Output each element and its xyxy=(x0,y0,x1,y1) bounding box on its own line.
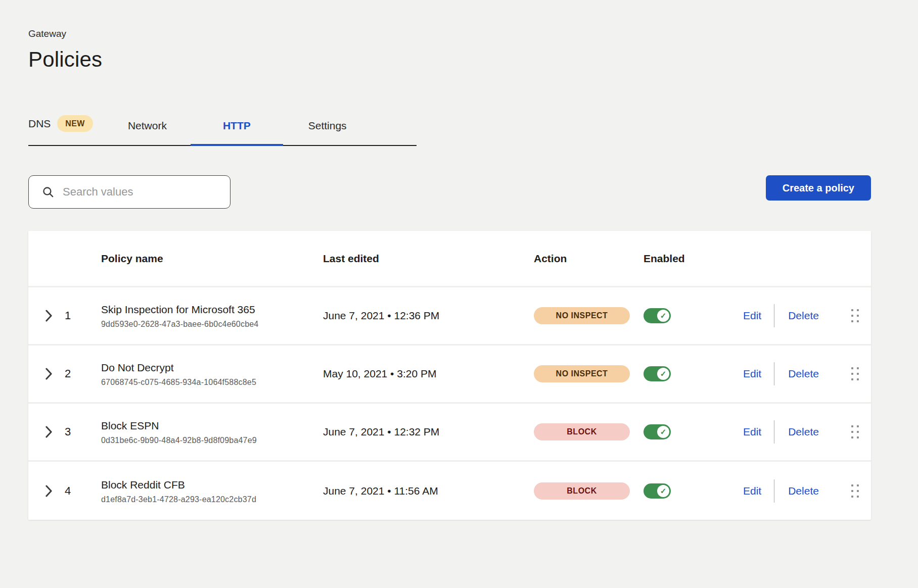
column-header-enabled: Enabled xyxy=(644,253,743,265)
policy-name: Skip Inspection for Microsoft 365 xyxy=(101,303,323,316)
action-badge: BLOCK xyxy=(534,423,630,440)
toggle-check-icon: ✓ xyxy=(657,426,669,438)
drag-handle-icon[interactable] xyxy=(851,425,859,438)
divider xyxy=(774,420,774,444)
table-header-row: Policy name Last edited Action Enabled xyxy=(28,231,871,287)
edit-link[interactable]: Edit xyxy=(743,368,761,380)
delete-link[interactable]: Delete xyxy=(788,368,819,380)
action-badge: BLOCK xyxy=(534,482,630,500)
policies-table: Policy name Last edited Action Enabled 1… xyxy=(28,231,871,520)
expand-chevron-icon[interactable] xyxy=(45,485,53,497)
delete-link[interactable]: Delete xyxy=(788,426,819,438)
breadcrumb: Gateway xyxy=(28,28,871,39)
policy-name: Block Reddit CFB xyxy=(101,478,323,492)
last-edited-value: June 7, 2021 • 12:36 PM xyxy=(323,310,534,322)
search-input[interactable] xyxy=(63,185,220,199)
table-row: 2 Do Not Decrypt 67068745-c075-4685-934a… xyxy=(28,346,871,404)
enabled-toggle[interactable]: ✓ xyxy=(644,424,671,439)
drag-handle-icon[interactable] xyxy=(851,484,859,498)
enabled-toggle[interactable]: ✓ xyxy=(644,308,671,323)
delete-link[interactable]: Delete xyxy=(788,485,819,497)
expand-chevron-icon[interactable] xyxy=(45,368,53,380)
gateway-policies-page: Gateway Policies DNS NEW Network HTTP Se… xyxy=(28,0,871,520)
divider xyxy=(774,362,774,385)
action-badge: NO INSPECT xyxy=(534,365,630,382)
tab-network[interactable]: Network xyxy=(128,120,167,145)
page-title: Policies xyxy=(28,47,871,72)
tab-settings[interactable]: Settings xyxy=(308,120,347,145)
last-edited-value: June 7, 2021 • 11:56 AM xyxy=(323,485,534,497)
table-row: 4 Block Reddit CFB d1ef8a7d-3eb1-4728-a2… xyxy=(28,462,871,520)
create-policy-button[interactable]: Create a policy xyxy=(766,175,871,201)
column-header-action: Action xyxy=(534,253,644,265)
tab-dns-label: DNS xyxy=(28,118,51,130)
toggle-check-icon: ✓ xyxy=(657,485,669,497)
divider xyxy=(774,304,774,327)
expand-chevron-icon[interactable] xyxy=(45,426,53,438)
policy-name: Do Not Decrypt xyxy=(101,361,323,374)
policy-uuid: 67068745-c075-4685-934a-1064f588c8e5 xyxy=(101,378,323,387)
expand-chevron-icon[interactable] xyxy=(45,310,53,322)
table-row: 3 Block ESPN 0d31be6c-9b90-48a4-92b8-9d8… xyxy=(28,404,871,462)
divider xyxy=(774,479,774,503)
enabled-toggle[interactable]: ✓ xyxy=(644,483,671,499)
tab-dns[interactable]: DNS NEW xyxy=(28,115,93,145)
tab-bar: DNS NEW Network HTTP Settings xyxy=(28,115,417,146)
toggle-check-icon: ✓ xyxy=(657,310,669,322)
tab-http[interactable]: HTTP xyxy=(191,120,283,146)
policy-uuid: d1ef8a7d-3eb1-4728-a293-ea120c2cb37d xyxy=(101,495,323,504)
policy-name: Block ESPN xyxy=(101,419,323,432)
row-number: 4 xyxy=(65,484,71,498)
row-number: 2 xyxy=(65,367,71,380)
drag-handle-icon[interactable] xyxy=(851,367,859,380)
action-badge: NO INSPECT xyxy=(534,307,630,324)
new-badge: NEW xyxy=(57,115,93,132)
row-number: 1 xyxy=(65,309,71,322)
policy-uuid: 9dd593e0-2628-47a3-baee-6b0c4e60cbe4 xyxy=(101,320,323,329)
edit-link[interactable]: Edit xyxy=(743,485,761,497)
search-box[interactable] xyxy=(28,175,231,209)
edit-link[interactable]: Edit xyxy=(743,310,761,322)
toggle-check-icon: ✓ xyxy=(657,368,669,380)
enabled-toggle[interactable]: ✓ xyxy=(644,366,671,381)
column-header-last-edited: Last edited xyxy=(323,253,534,265)
column-header-policy-name: Policy name xyxy=(101,253,323,265)
drag-handle-icon[interactable] xyxy=(851,309,859,322)
table-row: 1 Skip Inspection for Microsoft 365 9dd5… xyxy=(28,287,871,346)
edit-link[interactable]: Edit xyxy=(743,426,761,438)
search-icon xyxy=(42,186,55,199)
last-edited-value: June 7, 2021 • 12:32 PM xyxy=(323,426,534,438)
last-edited-value: May 10, 2021 • 3:20 PM xyxy=(323,368,534,380)
delete-link[interactable]: Delete xyxy=(788,310,819,322)
toolbar: Create a policy xyxy=(28,175,871,209)
row-number: 3 xyxy=(65,425,71,438)
policy-uuid: 0d31be6c-9b90-48a4-92b8-9d8f09ba47e9 xyxy=(101,436,323,445)
